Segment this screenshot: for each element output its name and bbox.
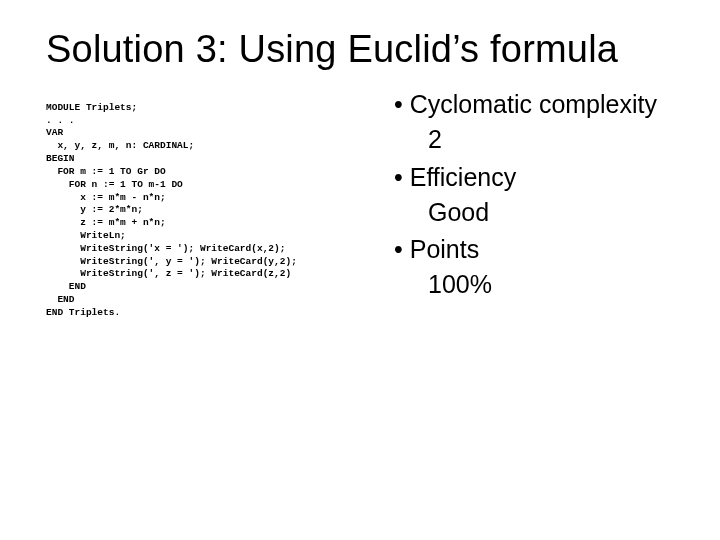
code-line: END (46, 294, 75, 305)
bullet-points: Points (394, 234, 674, 265)
code-line: z := m*m + n*n; (46, 217, 166, 228)
code-line: . . . (46, 115, 75, 126)
code-line: WriteString(', z = '); WriteCard(z,2) (46, 268, 291, 279)
slide-title: Solution 3: Using Euclid’s formula (46, 28, 674, 71)
code-line: y := 2*m*n; (46, 204, 143, 215)
code-line: MODULE Triplets; (46, 102, 137, 113)
code-line: END (46, 281, 86, 292)
code-line: FOR n := 1 TO m-1 DO (46, 179, 183, 190)
bullet-list: Cyclomatic complexity 2 Efficiency Good … (386, 89, 674, 307)
code-line: WriteString(', y = '); WriteCard(y,2); (46, 256, 297, 267)
bullet-cyclomatic: Cyclomatic complexity (394, 89, 674, 120)
bullet-efficiency-value: Good (394, 197, 674, 228)
bullet-points-value: 100% (394, 269, 674, 300)
code-line: FOR m := 1 TO Gr DO (46, 166, 166, 177)
code-line: WriteString('x = '); WriteCard(x,2); (46, 243, 285, 254)
content-columns: MODULE Triplets; . . . VAR x, y, z, m, n… (46, 89, 674, 320)
slide: Solution 3: Using Euclid’s formula MODUL… (0, 0, 720, 540)
code-line: BEGIN (46, 153, 75, 164)
code-line: END Triplets. (46, 307, 120, 318)
bullet-efficiency: Efficiency (394, 162, 674, 193)
code-line: WriteLn; (46, 230, 126, 241)
code-line: x := m*m - n*n; (46, 192, 166, 203)
bullet-cyclomatic-value: 2 (394, 124, 674, 155)
code-line: VAR (46, 127, 63, 138)
code-block: MODULE Triplets; . . . VAR x, y, z, m, n… (46, 89, 386, 320)
code-line: x, y, z, m, n: CARDINAL; (46, 140, 194, 151)
